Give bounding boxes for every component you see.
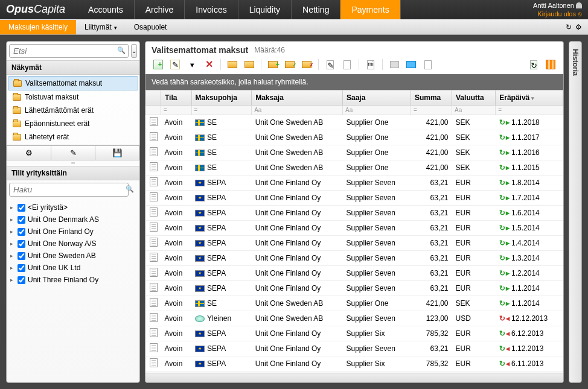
view-item[interactable]: Toistuvat maksut [7,90,139,104]
company-checkbox[interactable] [18,204,25,212]
column-filter[interactable] [252,106,343,115]
company-item[interactable]: ▸Unit One Norway A/S [10,238,136,250]
folder-reject-button[interactable] [300,59,313,71]
report-button[interactable] [421,59,435,71]
subnav-item[interactable]: Osapuolet [126,20,176,34]
column-header[interactable]: Tila [161,90,192,106]
view-save-button[interactable]: 💾 [95,145,139,160]
column-filter[interactable] [342,106,411,115]
subnav-item[interactable]: Liittymät [76,20,126,34]
folder-in-button[interactable] [226,59,239,71]
table-row[interactable]: AvoinSEPAUnit One Finland OySupplier Sev… [146,236,563,251]
column-filter[interactable] [146,106,161,115]
company-checkbox[interactable] [18,264,25,272]
horizontal-scrollbar[interactable] [145,373,563,382]
logout-icon[interactable]: ⎋ [578,10,582,17]
dropdown-button[interactable]: ▾ [185,59,199,71]
table-row[interactable]: AvoinSEPAUnit One Finland OySupplier Sev… [146,281,563,296]
company-checkbox[interactable] [18,228,25,236]
table-row[interactable]: AvoinSEPAUnit One Finland OySupplier Sev… [146,372,563,373]
table-row[interactable]: AvoinSEPAUnit One Finland OySupplier Sev… [146,251,563,266]
view-edit-button[interactable]: ✎ [51,145,95,160]
table-row[interactable]: AvoinSEUnit One Sweden ABSupplier One421… [146,115,563,130]
folder-approve-button[interactable] [283,59,296,71]
column-header[interactable]: Summa [411,90,452,106]
table-row[interactable]: AvoinSEPAUnit One Finland OySupplier Sev… [146,221,563,236]
column-header[interactable]: Maksupohja [191,90,252,106]
new-button[interactable] [152,59,165,71]
company-item[interactable]: ▸Unit One Sweden AB [10,250,136,262]
grid-scroll[interactable]: TilaMaksupohjaMaksajaSaajaSummaValuuttaE… [145,90,563,373]
company-checkbox[interactable] [18,216,25,224]
nav-netting[interactable]: Netting [292,0,340,19]
panel-resize-grip[interactable]: ═ [7,160,139,166]
table-row[interactable]: AvoinSEPAUnit One Finland OySupplier Sev… [146,341,563,356]
refresh-icon[interactable]: ↻ [566,23,572,31]
column-header[interactable]: Maksaja [252,90,343,106]
view-item[interactable]: Valitsemattomat maksut [8,76,138,90]
nav-payments[interactable]: Payments [340,0,400,19]
group-by-bar[interactable]: Vedä tähän sarakeotsikko, jolla haluat r… [145,74,563,90]
history-tab[interactable]: Historia [569,41,582,383]
expand-icon[interactable]: ▸ [10,241,15,247]
table-row[interactable]: AvoinSEUnit One Sweden ABSupplier One421… [146,160,563,176]
subnav-item[interactable]: Maksujen käsittely [0,20,76,34]
nav-archive[interactable]: Archive [135,0,185,19]
expand-icon[interactable]: ▸ [10,204,15,210]
company-checkbox[interactable] [18,252,25,260]
company-item[interactable]: ▸Unit One Finland Oy [10,226,136,238]
column-header[interactable]: Valuutta [452,90,496,106]
column-filter[interactable] [496,106,563,115]
column-filter[interactable] [411,106,452,115]
accounts-search-input[interactable] [9,183,129,197]
doc-lines-button[interactable] [340,59,354,71]
table-row[interactable]: AvoinSEUnit One Sweden ABSupplier One421… [146,145,563,160]
company-item[interactable]: ▸Unit One Denmark AS [10,213,136,226]
nav-liquidity[interactable]: Liquidity [238,0,292,19]
expand-icon[interactable]: ▸ [10,253,15,259]
expand-icon[interactable]: ▸ [10,229,15,235]
expand-icon[interactable]: ▸ [10,265,15,271]
folder-add-button[interactable] [266,59,280,71]
text-button[interactable]: mi [364,59,377,71]
views-search-dropdown[interactable]: ⌄ [131,44,137,58]
nav-invoices[interactable]: Invoices [185,0,238,19]
folder-out-button[interactable] [243,59,256,71]
doc-edit-button[interactable]: ✎ [324,59,337,71]
company-checkbox[interactable] [18,276,25,284]
column-filter[interactable] [161,106,192,115]
logout-link[interactable]: Kirjaudu ulos [537,10,576,17]
columns-button[interactable] [544,59,557,71]
search-icon[interactable]: 🔍 [117,46,126,54]
table-row[interactable]: AvoinSEPAUnit One Finland OySupplier Sev… [146,176,563,191]
preview-button[interactable] [404,59,418,71]
print-button[interactable] [388,59,401,71]
table-row[interactable]: AvoinSEPAUnit One Finland OySupplier Six… [146,326,563,341]
export-button[interactable]: ↻ [527,59,540,71]
table-row[interactable]: AvoinSEPAUnit One Finland OySupplier Sev… [146,266,563,281]
column-header[interactable]: Eräpäivä [496,90,563,106]
view-item[interactable]: Lähettämättömät erät [7,104,139,117]
table-row[interactable]: AvoinYleinenUnit One Sweden ABSupplier S… [146,311,563,326]
search-icon[interactable]: 🔍 [126,185,134,193]
company-item[interactable]: ▸<Ei yritystä> [10,201,136,213]
table-row[interactable]: AvoinSEUnit One Sweden ABSupplier One421… [146,130,563,145]
company-item[interactable]: ▸Unit Three Finland Oy [10,274,136,286]
column-header[interactable] [146,90,161,106]
table-row[interactable]: AvoinSEPAUnit One Finland OySupplier Sev… [146,206,563,221]
table-row[interactable]: AvoinSEPAUnit One Finland OySupplier Six… [146,356,563,372]
view-item[interactable]: Epäonnistuneet erät [7,117,139,130]
expand-icon[interactable]: ▸ [10,217,15,223]
expand-icon[interactable]: ▸ [10,277,15,283]
view-item[interactable]: Lähetetyt erät [7,130,139,144]
column-filter[interactable] [191,106,252,115]
gear-icon[interactable]: ⚙ [575,23,582,31]
nav-accounts[interactable]: Accounts [77,0,135,19]
views-search-input[interactable] [9,44,129,58]
delete-button[interactable]: ✕ [202,59,216,71]
company-checkbox[interactable] [18,240,25,248]
edit-button[interactable]: ✎ [168,59,182,71]
view-settings-button[interactable]: ⚙ [7,145,51,160]
column-filter[interactable] [452,106,496,115]
column-header[interactable]: Saaja [342,90,411,106]
